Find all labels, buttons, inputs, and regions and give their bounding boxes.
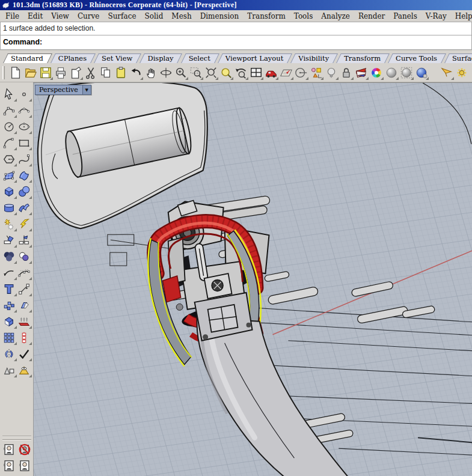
command-prompt[interactable]: Command: xyxy=(0,35,472,50)
paste-icon[interactable] xyxy=(113,65,128,81)
tab-visibility[interactable]: Visibility xyxy=(293,53,336,63)
shear-icon[interactable] xyxy=(17,298,32,313)
tab-display[interactable]: Display xyxy=(142,53,180,63)
tab-surface-tools[interactable]: Surface Tools xyxy=(447,53,472,63)
named-view-disabled-icon[interactable] xyxy=(17,442,32,457)
split-icon[interactable] xyxy=(17,233,32,248)
menu-dimension[interactable]: Dimension xyxy=(196,11,244,21)
tab-curve-tools[interactable]: Curve Tools xyxy=(390,53,444,63)
menu-help[interactable]: Help xyxy=(451,11,472,21)
point-icon[interactable] xyxy=(17,87,32,102)
menu-panels[interactable]: Panels xyxy=(389,11,421,21)
menu-transform[interactable]: Transform xyxy=(243,11,290,21)
menu-tools[interactable]: Tools xyxy=(290,11,317,21)
new-file-icon[interactable] xyxy=(8,65,23,81)
surface-from-points-icon[interactable] xyxy=(2,168,17,183)
perspective-viewport[interactable]: Perspective ▼ xyxy=(33,82,472,476)
array-surface-icon[interactable] xyxy=(17,314,32,329)
menu-curve[interactable]: Curve xyxy=(73,11,104,21)
arc-icon[interactable] xyxy=(2,135,17,151)
boolean-union-icon[interactable] xyxy=(2,249,17,264)
boolean-difference-icon[interactable] xyxy=(17,249,32,264)
copy-icon[interactable] xyxy=(98,65,113,81)
object-properties-icon[interactable] xyxy=(308,65,323,81)
menu-mesh[interactable]: Mesh xyxy=(167,11,195,21)
loft-icon[interactable] xyxy=(2,200,17,216)
linear-array-icon[interactable] xyxy=(17,330,32,346)
ellipse-icon[interactable] xyxy=(17,119,32,135)
zoom-extents-icon[interactable] xyxy=(218,65,233,81)
vray-materials-icon[interactable] xyxy=(354,65,369,81)
polygon-icon[interactable] xyxy=(2,151,17,167)
tab-select[interactable]: Select xyxy=(183,53,217,63)
extend-icon[interactable] xyxy=(17,216,32,232)
check-objects-icon[interactable] xyxy=(17,346,32,362)
surface-patch-icon[interactable] xyxy=(17,168,32,183)
menu-v-ray[interactable]: V-Ray xyxy=(421,11,451,21)
vray-render-icon[interactable] xyxy=(414,65,429,81)
move-icon[interactable] xyxy=(17,281,32,297)
rotate-view-icon[interactable] xyxy=(158,65,173,81)
trim-icon[interactable] xyxy=(2,233,17,248)
menu-surface[interactable]: Surface xyxy=(103,11,140,21)
zoom-window-icon[interactable] xyxy=(188,65,203,81)
show-cplanes-icon[interactable] xyxy=(278,65,293,81)
tab-cplanes[interactable]: CPlanes xyxy=(53,53,93,63)
menu-render[interactable]: Render xyxy=(354,11,389,21)
color-wheel-icon[interactable] xyxy=(369,65,384,81)
mirror-icon[interactable] xyxy=(2,346,17,362)
named-views-icon[interactable] xyxy=(263,65,278,81)
cage-edit-icon[interactable] xyxy=(2,362,17,378)
undo-icon[interactable] xyxy=(128,65,143,81)
rebuild-curve-icon[interactable] xyxy=(17,265,32,281)
boolean-spheres-icon[interactable] xyxy=(17,184,32,200)
toolbar-drag-handle[interactable] xyxy=(2,66,5,79)
circle-icon[interactable] xyxy=(2,119,17,135)
undo-view-change-icon[interactable] xyxy=(233,65,248,81)
render-region-icon[interactable] xyxy=(399,65,414,81)
render-icon[interactable] xyxy=(384,65,399,81)
lock-objects-icon[interactable] xyxy=(339,65,354,81)
menu-solid[interactable]: Solid xyxy=(141,11,168,21)
tab-transform[interactable]: Transform xyxy=(339,53,387,63)
pan-view-icon[interactable] xyxy=(143,65,158,81)
menu-analyze[interactable]: Analyze xyxy=(317,11,354,21)
tab-viewport-layout[interactable]: Viewport Layout xyxy=(220,53,290,63)
named-view-b-icon[interactable] xyxy=(1,458,16,474)
menu-view[interactable]: View xyxy=(47,11,73,21)
control-point-curve-icon[interactable] xyxy=(2,103,17,118)
solid-box-icon[interactable] xyxy=(2,184,17,200)
lights-icon[interactable] xyxy=(323,65,339,81)
export-selected-icon[interactable] xyxy=(68,65,83,81)
helix-icon[interactable] xyxy=(17,151,32,167)
save-file-icon[interactable] xyxy=(38,65,53,81)
spotlight-icon[interactable] xyxy=(439,65,454,81)
extrude-icon[interactable] xyxy=(2,314,17,329)
zoom-dynamic-icon[interactable] xyxy=(173,65,188,81)
sweep-icon[interactable] xyxy=(17,200,32,216)
cut-icon[interactable] xyxy=(83,65,98,81)
zoom-selected-icon[interactable] xyxy=(203,65,218,81)
copy-objects-icon[interactable] xyxy=(2,298,17,313)
rectangular-array-icon[interactable] xyxy=(2,330,17,346)
explode-icon[interactable] xyxy=(2,216,17,232)
named-view-a-icon[interactable] xyxy=(1,442,16,457)
curve-through-points-icon[interactable] xyxy=(17,103,32,118)
menu-file[interactable]: File xyxy=(1,11,23,21)
rectangle-icon[interactable] xyxy=(17,135,32,151)
adjust-end-bulge-icon[interactable] xyxy=(2,265,17,281)
visibility-icon[interactable] xyxy=(17,362,32,378)
viewport-label-text[interactable]: Perspective xyxy=(35,85,82,94)
named-view-c-icon[interactable] xyxy=(17,458,32,474)
tab-set-view[interactable]: Set View xyxy=(96,53,139,63)
set-cplane-icon[interactable] xyxy=(293,65,308,81)
tab-standard[interactable]: Standard xyxy=(5,53,50,63)
select-icon[interactable] xyxy=(2,87,17,102)
text-icon[interactable] xyxy=(2,281,17,297)
open-file-icon[interactable] xyxy=(23,65,38,81)
options-icon[interactable] xyxy=(454,65,469,81)
viewport-label[interactable]: Perspective ▼ xyxy=(35,85,91,95)
menu-edit[interactable]: Edit xyxy=(23,11,47,21)
viewport-dropdown[interactable]: ▼ xyxy=(82,85,91,94)
four-viewports-icon[interactable] xyxy=(248,65,263,81)
